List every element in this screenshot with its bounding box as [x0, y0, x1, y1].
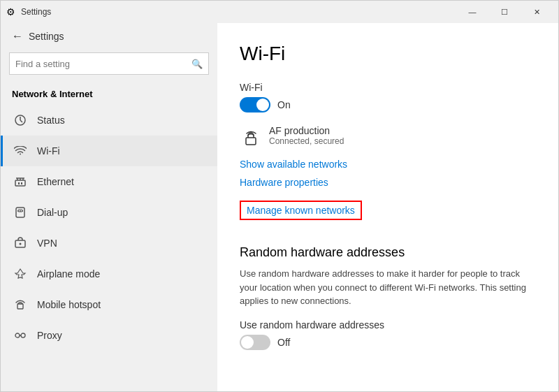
sidebar-item-airplane[interactable]: Airplane mode — [1, 259, 217, 289]
random-label: Use random hardware addresses — [240, 319, 536, 331]
svg-rect-21 — [246, 138, 256, 145]
content-area: ← Settings 🔍 Network & Internet — [1, 23, 558, 391]
wifi-toggle-row: On — [240, 97, 536, 112]
sidebar-label-airplane: Airplane mode — [37, 268, 100, 280]
svg-point-19 — [21, 333, 25, 337]
svg-rect-8 — [18, 182, 20, 184]
sidebar-label-proxy: Proxy — [37, 330, 62, 341]
random-toggle-thumb — [241, 336, 254, 349]
search-input[interactable] — [15, 59, 191, 69]
random-toggle-row: Off — [240, 335, 536, 350]
back-button[interactable]: ← Settings — [1, 23, 217, 50]
random-body: Use random hardware addresses to make it… — [240, 267, 536, 308]
close-button[interactable]: ✕ — [521, 1, 553, 23]
sidebar-label-hotspot: Mobile hotspot — [37, 299, 101, 310]
svg-rect-9 — [21, 182, 22, 184]
random-toggle-label: Off — [277, 337, 290, 348]
manage-networks-link[interactable]: Manage known networks — [240, 201, 362, 220]
sidebar: ← Settings 🔍 Network & Internet — [1, 23, 217, 391]
svg-point-16 — [20, 243, 22, 245]
svg-rect-3 — [15, 180, 25, 186]
network-icon — [240, 126, 262, 149]
network-row: AF production Connected, secured — [240, 125, 536, 149]
hardware-properties-link[interactable]: Hardware properties — [240, 177, 328, 188]
status-icon — [12, 112, 29, 129]
sidebar-label-dialup: Dial-up — [37, 207, 68, 218]
random-toggle[interactable] — [240, 335, 270, 350]
svg-point-18 — [15, 333, 20, 337]
sidebar-item-vpn[interactable]: VPN — [1, 228, 217, 259]
sidebar-category: Network & Internet — [1, 83, 217, 105]
sidebar-label-vpn: VPN — [37, 238, 57, 249]
wifi-icon — [12, 143, 29, 159]
svg-line-2 — [20, 120, 22, 122]
sidebar-label-wifi: Wi-Fi — [37, 145, 60, 157]
sidebar-item-wifi[interactable]: Wi-Fi — [1, 136, 217, 166]
titlebar-title: Settings — [21, 7, 456, 17]
sidebar-item-hotspot[interactable]: Mobile hotspot — [1, 289, 217, 320]
show-networks-link[interactable]: Show available networks — [240, 159, 347, 170]
sidebar-item-dialup[interactable]: Dial-up — [1, 197, 217, 228]
maximize-button[interactable]: ☐ — [488, 1, 521, 23]
hotspot-icon — [12, 296, 29, 313]
back-label: Settings — [29, 31, 64, 42]
main-content: Wi-Fi Wi-Fi On — [217, 23, 558, 391]
svg-rect-17 — [17, 304, 23, 309]
network-name: AF production — [269, 125, 344, 136]
settings-window: ⚙ Settings — ☐ ✕ ← Settings 🔍 Network & … — [0, 0, 559, 392]
network-info: AF production Connected, secured — [269, 125, 344, 146]
titlebar: ⚙ Settings — ☐ ✕ — [1, 1, 558, 23]
wifi-toggle[interactable] — [240, 97, 270, 112]
search-box[interactable]: 🔍 — [9, 52, 209, 75]
minimize-button[interactable]: — — [456, 1, 488, 23]
sidebar-item-status[interactable]: Status — [1, 105, 217, 136]
airplane-icon — [12, 266, 29, 282]
sidebar-label-ethernet: Ethernet — [37, 176, 74, 187]
svg-rect-10 — [16, 208, 24, 217]
back-icon: ← — [12, 30, 23, 43]
ethernet-icon — [12, 173, 29, 190]
titlebar-icon: ⚙ — [6, 6, 15, 17]
wifi-toggle-thumb — [256, 99, 269, 111]
dialup-icon — [12, 204, 29, 221]
sidebar-label-status: Status — [37, 115, 65, 126]
search-icon: 🔍 — [191, 59, 203, 69]
wifi-toggle-label: On — [277, 99, 291, 110]
titlebar-controls: — ☐ ✕ — [456, 1, 553, 23]
sidebar-item-proxy[interactable]: Proxy — [1, 320, 217, 351]
page-title: Wi-Fi — [240, 43, 536, 65]
sidebar-item-ethernet[interactable]: Ethernet — [1, 166, 217, 197]
proxy-icon — [12, 327, 29, 344]
random-heading: Random hardware addresses — [240, 245, 536, 260]
wifi-section-label: Wi-Fi — [240, 82, 536, 93]
vpn-icon — [12, 235, 29, 252]
network-status: Connected, secured — [269, 136, 344, 146]
